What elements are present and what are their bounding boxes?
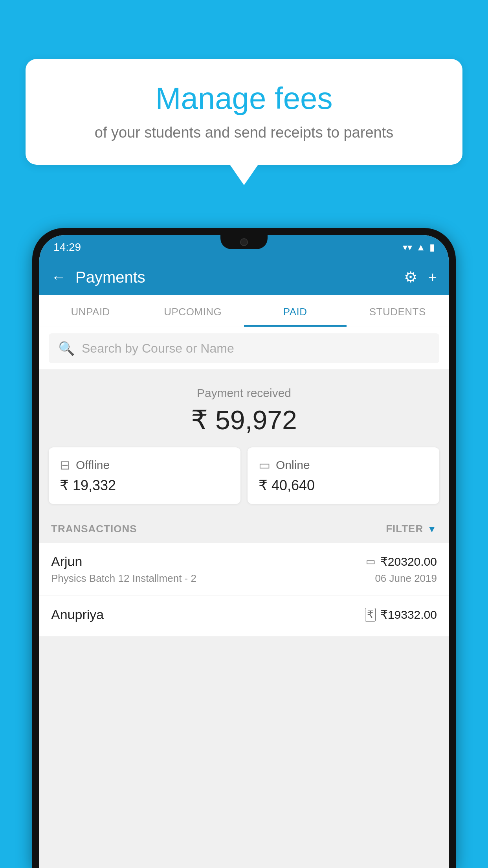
transactions-label: TRANSACTIONS <box>51 523 137 535</box>
phone-screen: 14:29 ▾▾ ▲ ▮ ← Payments ⚙ + UNPAID UPCOM… <box>39 235 449 868</box>
transaction-sub-arjun: Physics Batch 12 Installment - 2 06 June… <box>51 572 437 585</box>
transaction-date-arjun: 06 June 2019 <box>375 572 437 585</box>
signal-icon: ▲ <box>416 242 426 253</box>
online-payment-icon: ▭ <box>259 458 270 473</box>
speech-bubble-title: Manage fees <box>49 81 439 116</box>
speech-bubble-subtitle: of your students and send receipts to pa… <box>49 124 439 141</box>
online-label: Online <box>276 458 310 472</box>
phone-notch <box>220 235 268 249</box>
search-placeholder: Search by Course or Name <box>82 341 234 356</box>
content-area: Payment received ₹ 59,972 ⊟ Offline ₹ 19… <box>39 370 449 637</box>
tab-students[interactable]: STUDENTS <box>347 295 449 327</box>
filter-text: FILTER <box>386 523 423 535</box>
payment-total-amount: ₹ 59,972 <box>51 405 437 436</box>
settings-icon[interactable]: ⚙ <box>404 268 417 286</box>
payment-cards-row: ⊟ Offline ₹ 19,332 ▭ Online ₹ 40,640 <box>39 447 449 513</box>
tab-upcoming[interactable]: UPCOMING <box>142 295 244 327</box>
app-bar-actions: ⚙ + <box>404 268 437 286</box>
transaction-row-anupriya: Anupriya ₹ ₹19332.00 <box>39 596 449 637</box>
offline-payment-icon: ⊟ <box>60 458 70 473</box>
transaction-name-arjun: Arjun <box>51 554 82 569</box>
online-card: ▭ Online ₹ 40,640 <box>248 447 439 504</box>
transaction-amount-value-anupriya: ₹19332.00 <box>380 608 437 622</box>
add-icon[interactable]: + <box>428 269 437 286</box>
wifi-icon: ▾▾ <box>403 242 412 253</box>
offline-amount: ₹ 19,332 <box>60 477 229 494</box>
search-container: 🔍 Search by Course or Name <box>39 327 449 370</box>
offline-card: ⊟ Offline ₹ 19,332 <box>49 447 240 504</box>
transaction-amount-anupriya: ₹ ₹19332.00 <box>365 608 437 622</box>
tabs-bar: UNPAID UPCOMING PAID STUDENTS <box>39 295 449 327</box>
transaction-name-anupriya: Anupriya <box>51 607 104 622</box>
camera <box>240 238 248 246</box>
transaction-main-arjun: Arjun ▭ ₹20320.00 <box>51 554 437 569</box>
transaction-row: Arjun ▭ ₹20320.00 Physics Batch 12 Insta… <box>39 543 449 596</box>
search-bar[interactable]: 🔍 Search by Course or Name <box>49 333 439 363</box>
online-card-header: ▭ Online <box>259 458 428 473</box>
payment-label: Payment received <box>51 386 437 400</box>
transactions-header: TRANSACTIONS FILTER ▼ <box>39 513 449 543</box>
status-time: 14:29 <box>53 241 81 254</box>
speech-bubble-container: Manage fees of your students and send re… <box>26 59 462 165</box>
card-icon-arjun: ▭ <box>366 555 376 568</box>
payment-received-section: Payment received ₹ 59,972 <box>39 370 449 447</box>
page-title: Payments <box>75 268 394 286</box>
status-icons: ▾▾ ▲ ▮ <box>403 242 435 253</box>
transaction-main-anupriya: Anupriya ₹ ₹19332.00 <box>51 607 437 622</box>
app-bar: ← Payments ⚙ + <box>39 259 449 295</box>
battery-icon: ▮ <box>429 242 435 253</box>
phone-frame: 14:29 ▾▾ ▲ ▮ ← Payments ⚙ + UNPAID UPCOM… <box>32 228 456 868</box>
tab-unpaid[interactable]: UNPAID <box>39 295 142 327</box>
transaction-course-arjun: Physics Batch 12 Installment - 2 <box>51 572 196 585</box>
online-amount: ₹ 40,640 <box>259 477 428 494</box>
search-icon: 🔍 <box>58 340 75 356</box>
offline-card-header: ⊟ Offline <box>60 458 229 473</box>
filter-button[interactable]: FILTER ▼ <box>386 523 437 535</box>
filter-icon: ▼ <box>427 524 437 535</box>
cash-icon-anupriya: ₹ <box>365 608 376 622</box>
tab-paid[interactable]: PAID <box>244 295 347 327</box>
back-button[interactable]: ← <box>51 269 66 286</box>
transaction-amount-arjun: ▭ ₹20320.00 <box>366 555 437 568</box>
speech-bubble: Manage fees of your students and send re… <box>26 59 462 165</box>
transaction-amount-value-arjun: ₹20320.00 <box>380 555 437 568</box>
offline-label: Offline <box>76 458 110 472</box>
